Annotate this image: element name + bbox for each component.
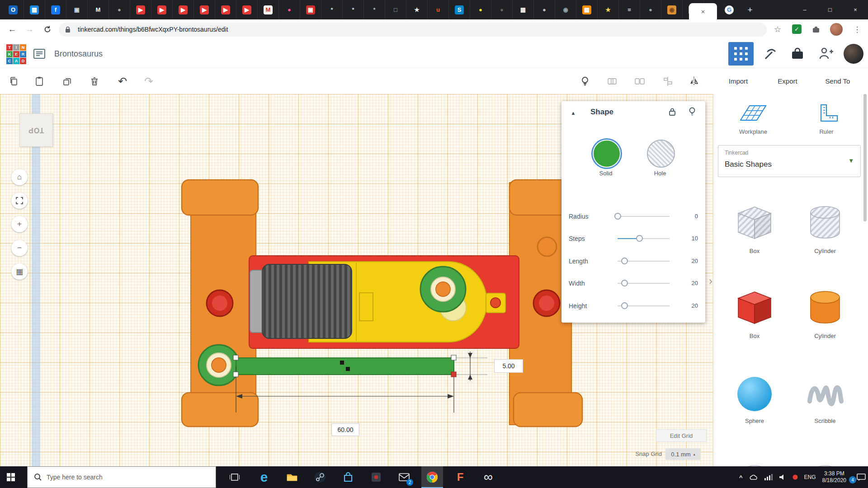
group-icon[interactable] bbox=[607, 76, 618, 87]
browser-tab[interactable]: ▦ bbox=[576, 0, 598, 19]
lock-shape-icon[interactable] bbox=[669, 108, 676, 118]
add-user-icon[interactable] bbox=[818, 47, 834, 62]
browser-tab[interactable]: M bbox=[88, 0, 109, 19]
steps-knob[interactable] bbox=[636, 235, 643, 242]
f-app-icon[interactable]: F bbox=[449, 466, 471, 488]
radius-knob[interactable] bbox=[614, 213, 621, 220]
bookmark-star-icon[interactable]: ☆ bbox=[771, 23, 784, 36]
zoom-in-button[interactable]: + bbox=[11, 216, 28, 232]
browser-tab[interactable]: ▦ bbox=[24, 0, 45, 19]
taskbar-search[interactable]: Type here to search bbox=[27, 466, 216, 488]
edge-app-icon[interactable]: e bbox=[253, 466, 275, 488]
workplane-view-button[interactable]: ▦ bbox=[11, 263, 28, 280]
mail-app-icon[interactable]: 2 bbox=[393, 466, 415, 488]
align-icon[interactable] bbox=[662, 76, 673, 87]
steam-app-icon[interactable] bbox=[309, 466, 331, 488]
shape-sphere[interactable]: Sphere bbox=[721, 372, 788, 424]
tray-expand-icon[interactable]: ^ bbox=[739, 474, 743, 481]
height-knob[interactable] bbox=[621, 302, 628, 309]
browser-tab[interactable]: * bbox=[364, 0, 385, 19]
duplicate-icon[interactable] bbox=[62, 76, 73, 87]
edit-grid-button[interactable]: Edit Grid bbox=[656, 429, 707, 442]
browser-tab[interactable]: ● bbox=[640, 0, 661, 19]
hide-shape-bulb-icon[interactable] bbox=[689, 107, 696, 118]
dimension-width-input[interactable]: 60.00 bbox=[331, 423, 359, 436]
design-menu-icon[interactable] bbox=[33, 48, 45, 61]
browser-tab[interactable]: ★ bbox=[406, 0, 428, 19]
action-center-button[interactable]: 4 bbox=[853, 472, 866, 483]
browser-tab[interactable]: ● bbox=[279, 0, 300, 19]
export-button[interactable]: Export bbox=[769, 68, 806, 94]
panel-collapse-icon[interactable]: ▲ bbox=[569, 108, 578, 117]
dimension-height-input[interactable]: 5.00 bbox=[494, 359, 523, 373]
browser-tab[interactable]: ≡ bbox=[619, 0, 640, 19]
shape-library-dropdown[interactable]: Tinkercad Basic Shapes ▼ bbox=[718, 145, 861, 177]
browser-tab[interactable]: ▶ bbox=[236, 0, 258, 19]
shape-partial[interactable] bbox=[791, 457, 859, 466]
network-icon[interactable] bbox=[764, 474, 773, 480]
extension-check-icon[interactable]: ✓ bbox=[792, 24, 802, 34]
browser-tab[interactable]: ▶ bbox=[215, 0, 236, 19]
dashboard-grid-button[interactable] bbox=[728, 42, 754, 66]
forward-button[interactable]: → bbox=[22, 19, 37, 39]
workplane-tool[interactable]: Workplane bbox=[722, 102, 784, 135]
show-all-bulb-icon[interactable] bbox=[580, 76, 590, 87]
browser-tab[interactable]: ▣ bbox=[300, 0, 321, 19]
browser-tab[interactable]: ★ bbox=[598, 0, 619, 19]
browser-tab[interactable]: ▶ bbox=[194, 0, 215, 19]
width-knob[interactable] bbox=[621, 280, 628, 286]
undo-button[interactable]: ↶ bbox=[116, 73, 129, 89]
length-knob[interactable] bbox=[621, 258, 628, 264]
start-button[interactable] bbox=[0, 466, 22, 488]
minimize-button[interactable]: – bbox=[792, 0, 817, 19]
infinity-app-icon[interactable]: ∞ bbox=[477, 466, 499, 488]
send-to-button[interactable]: Send To bbox=[817, 68, 858, 94]
selected-green-bar[interactable] bbox=[236, 358, 454, 375]
browser-tab[interactable]: ◉ bbox=[555, 0, 576, 19]
shape-cylinder-hole[interactable]: Cylinder bbox=[791, 202, 859, 254]
language-indicator[interactable]: ENG bbox=[804, 474, 816, 480]
account-avatar[interactable] bbox=[844, 44, 863, 64]
back-button[interactable]: ← bbox=[5, 19, 20, 39]
zoom-out-button[interactable]: − bbox=[11, 240, 28, 256]
browser-tab[interactable]: ● bbox=[109, 0, 130, 19]
sidebar-collapse-chevron[interactable]: › bbox=[705, 274, 716, 288]
tinkercad-logo[interactable]: TINKERCAD bbox=[6, 44, 26, 64]
new-tab-button[interactable]: + bbox=[743, 4, 757, 16]
browser-tab[interactable]: u bbox=[428, 0, 449, 19]
chrome-app-icon[interactable] bbox=[421, 466, 443, 488]
browser-tab[interactable]: S bbox=[449, 0, 470, 19]
active-tab[interactable]: × bbox=[689, 3, 717, 19]
store-bag-icon[interactable] bbox=[337, 466, 359, 488]
paste-icon[interactable] bbox=[34, 76, 45, 87]
browser-tab[interactable]: ▣ bbox=[66, 0, 88, 19]
browser-tab-google[interactable]: G bbox=[719, 0, 740, 19]
delete-icon[interactable] bbox=[89, 76, 100, 87]
browser-tab[interactable]: ▦ bbox=[513, 0, 534, 19]
maximize-button[interactable]: □ bbox=[817, 0, 843, 19]
browser-tab[interactable]: ● bbox=[470, 0, 491, 19]
profile-avatar[interactable] bbox=[830, 23, 843, 36]
mirror-icon[interactable] bbox=[689, 76, 699, 87]
tray-app-icon[interactable] bbox=[793, 474, 798, 480]
ruler-tool[interactable]: Ruler bbox=[796, 102, 857, 135]
fit-view-button[interactable] bbox=[11, 192, 28, 209]
design-title[interactable]: Brontosaurus bbox=[54, 40, 103, 68]
browser-tab[interactable]: □ bbox=[385, 0, 406, 19]
browser-tab[interactable]: f bbox=[45, 0, 66, 19]
speaker-icon[interactable] bbox=[779, 474, 786, 480]
browser-tab[interactable]: ● bbox=[534, 0, 555, 19]
shape-box-hole[interactable]: Box bbox=[721, 202, 788, 254]
ungroup-icon[interactable] bbox=[634, 76, 645, 87]
hole-option[interactable] bbox=[647, 140, 675, 168]
browser-tab[interactable]: ◉ bbox=[661, 0, 683, 19]
redo-button[interactable]: ↷ bbox=[142, 73, 156, 89]
file-explorer-icon[interactable] bbox=[281, 466, 303, 488]
shape-scribble[interactable]: Scribble bbox=[791, 372, 859, 424]
dark-app-icon[interactable] bbox=[365, 466, 387, 488]
browser-tab[interactable]: ▶ bbox=[151, 0, 173, 19]
taskbar-clock[interactable]: 3:38 PM 8/18/2020 bbox=[822, 470, 846, 484]
task-view-button[interactable] bbox=[224, 466, 245, 488]
extensions-puzzle-icon[interactable] bbox=[811, 24, 821, 36]
shape-partial[interactable] bbox=[721, 457, 788, 466]
